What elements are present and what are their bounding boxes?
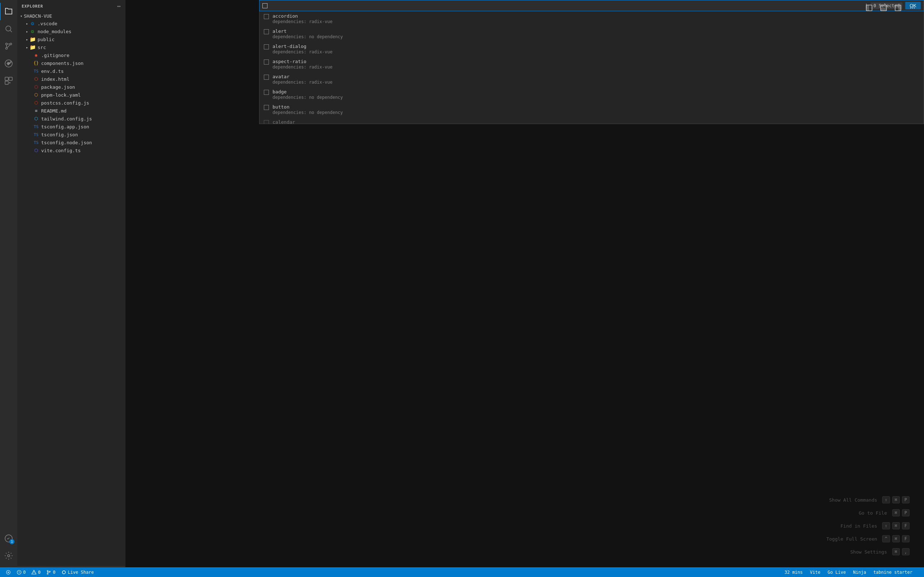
json-icon: {} (33, 61, 39, 66)
item-deps-aspect-ratio: dependencies: radix-vue (273, 64, 919, 69)
quick-pick-item-avatar[interactable]: avatar dependencies: radix-vue (260, 72, 924, 87)
status-tabnine[interactable]: T tabnine starter (869, 570, 915, 575)
activity-item-extensions[interactable] (0, 72, 17, 89)
svg-rect-15 (9, 77, 12, 81)
tree-item-label: tailwind.config.js (41, 116, 92, 121)
activity-item-explorer[interactable] (0, 3, 17, 20)
item-checkbox-button[interactable] (264, 105, 269, 110)
tree-item-label: .gitignore (41, 53, 69, 58)
error-count: 0 (23, 570, 26, 575)
tree-item-tailwind[interactable]: ⬡ tailwind.config.js (17, 115, 125, 122)
tree-root-folder[interactable]: ▾ SHADCN-VUE (17, 13, 125, 19)
item-name-alert: alert (273, 29, 919, 34)
tree-item-tsconfig[interactable]: TS tsconfig.json (17, 131, 125, 139)
tailwind-icon: ⬡ (33, 116, 39, 121)
svg-point-9 (6, 26, 11, 31)
sidebar-layout-icon[interactable] (892, 2, 904, 14)
activity-bar-bottom: 1 (0, 530, 17, 564)
svg-point-20 (47, 573, 48, 574)
item-checkbox-alert-dialog[interactable] (264, 44, 269, 49)
ts-icon: TS (33, 69, 39, 74)
tree-item-node-modules[interactable]: ▸ ⚙ node_modules (17, 27, 125, 35)
layout-toggle-icon[interactable] (863, 2, 875, 14)
status-live-share[interactable]: Live Share (58, 567, 97, 577)
item-checkbox-aspect-ratio[interactable] (264, 60, 269, 64)
tsconfig-icon: TS (33, 132, 39, 137)
item-deps-alert: dependencies: no dependency (273, 34, 919, 39)
vscode-folder-icon: ⚙ (30, 21, 36, 26)
status-bar: 0 0 0 Live Share 32 mins (0, 567, 924, 577)
live-share-icon (61, 570, 66, 575)
item-name-button: button (273, 104, 919, 110)
quick-pick-item-badge[interactable]: badge dependencies: no dependency (260, 87, 924, 102)
tree-item-components-json[interactable]: {} components.json (17, 59, 125, 67)
ts-config-icon: TS (33, 124, 39, 129)
new-file-icon[interactable]: ⋯ (117, 3, 121, 10)
item-checkbox-avatar[interactable] (264, 75, 269, 80)
tree-item-src[interactable]: ▸ 📁 src (17, 43, 125, 51)
tree-item-label: node_modules (37, 29, 71, 34)
status-remote[interactable] (3, 567, 14, 577)
quick-pick-item-aspect-ratio[interactable]: aspect-ratio dependencies: radix-vue (260, 56, 924, 72)
activity-item-run[interactable] (0, 55, 17, 72)
tree-item-index-html[interactable]: ⬡ index.html (17, 75, 125, 83)
item-deps-accordion: dependencies: radix-vue (273, 19, 919, 24)
tree-item-pnpm-lock[interactable]: ⬡ pnpm-lock.yaml (17, 91, 125, 99)
tree-item-env-dts[interactable]: TS env.d.ts (17, 67, 125, 75)
go-live-label: Go Live (828, 570, 846, 575)
tree-item-tsconfig-node[interactable]: TS tsconfig.node.json (17, 139, 125, 147)
main-container: EXPLORER ⋯ ▾ SHADCN-VUE ▸ ⚙ .vscode ▸ ⚙ … (17, 0, 924, 577)
activity-item-source-control[interactable] (0, 37, 17, 55)
activity-bar: 1 (0, 0, 17, 567)
panel-layout-icon[interactable] (878, 2, 889, 14)
sidebar-header: EXPLORER ⋯ (17, 0, 125, 13)
editor-area: | 0 Selected OK accordion dependencies: … (126, 0, 924, 577)
tree-item-gitignore[interactable]: ◉ .gitignore (17, 51, 125, 59)
tabnine-label: tabnine starter (874, 570, 913, 575)
activity-item-remote[interactable]: 1 (0, 530, 17, 547)
live-share-label: Live Share (68, 570, 94, 575)
item-checkbox-accordion[interactable] (264, 14, 269, 19)
quick-pick-search-input[interactable] (270, 3, 862, 8)
tree-item-label: vite.config.ts (41, 148, 81, 153)
tree-item-label: README.md (41, 108, 66, 114)
tree-item-public[interactable]: ▸ 📁 public (17, 35, 125, 43)
status-right: 32 mins Vite Go Live Ninja T (780, 570, 921, 575)
branch-count: 0 (53, 570, 55, 575)
title-bar-actions (858, 0, 924, 16)
tree-item-tsconfig-app[interactable]: TS tsconfig.app.json (17, 122, 125, 131)
status-warnings[interactable]: 0 (29, 567, 43, 577)
quick-pick-item-alert-dialog[interactable]: alert-dialog dependencies: radix-vue (260, 42, 924, 56)
customize-layout-icon[interactable] (907, 2, 918, 14)
node-folder-icon: ⚙ (30, 29, 36, 34)
svg-rect-16 (5, 81, 8, 84)
node-chevron-icon: ▸ (26, 29, 28, 34)
warning-icon (31, 570, 36, 575)
status-errors[interactable]: 0 (14, 567, 29, 577)
status-go-live[interactable]: Go Live (823, 570, 849, 575)
status-branch[interactable]: 0 (43, 567, 58, 577)
tree-item-vite-config[interactable]: ⬡ vite.config.ts (17, 147, 125, 154)
item-checkbox-badge[interactable] (264, 90, 269, 95)
activity-item-search[interactable] (0, 20, 17, 37)
npm-icon: ⬡ (33, 84, 39, 89)
quick-pick-container: | 0 Selected OK accordion dependencies: … (259, 0, 924, 124)
activity-item-settings[interactable] (0, 547, 17, 564)
status-vite[interactable]: Vite (806, 570, 823, 575)
quick-pick-item-button[interactable]: button dependencies: no dependency (260, 102, 924, 117)
svg-point-19 (47, 570, 48, 571)
tree-item-vscode[interactable]: ▸ ⚙ .vscode (17, 19, 125, 27)
status-time[interactable]: 32 mins (780, 570, 806, 575)
quick-pick-item-calendar[interactable]: calendar (260, 117, 924, 124)
tree-item-readme[interactable]: ≡ README.md (17, 107, 125, 115)
item-checkbox-alert[interactable] (264, 29, 269, 34)
item-checkbox-calendar[interactable] (264, 120, 269, 124)
select-all-checkbox[interactable] (262, 3, 267, 8)
quick-pick-item-accordion[interactable]: accordion dependencies: radix-vue (260, 11, 924, 26)
status-ninja[interactable]: Ninja (849, 570, 869, 575)
tree-item-postcss[interactable]: ⬡ postcss.config.js (17, 99, 125, 107)
warning-count: 0 (38, 570, 40, 575)
item-content-button: button dependencies: no dependency (273, 104, 919, 115)
tree-item-package-json[interactable]: ⬡ package.json (17, 83, 125, 91)
quick-pick-item-alert[interactable]: alert dependencies: no dependency (260, 26, 924, 42)
